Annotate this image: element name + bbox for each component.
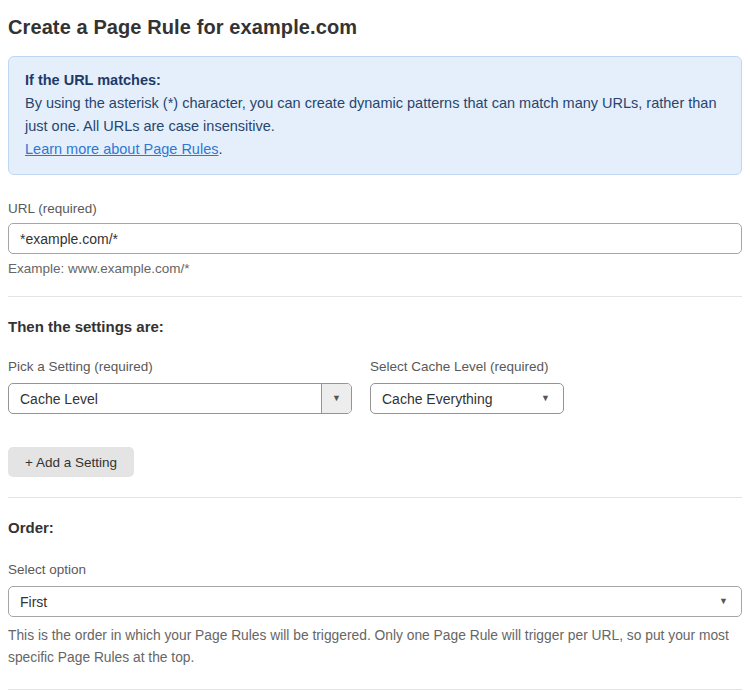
page-rule-form: Create a Page Rule for example.com If th…: [0, 0, 750, 691]
url-example-text: Example: www.example.com/*: [8, 261, 742, 276]
page-title: Create a Page Rule for example.com: [8, 16, 742, 39]
setting-picker-column: Pick a Setting (required) Cache Level ▼: [8, 359, 352, 414]
chevron-down-icon: ▼: [332, 394, 341, 403]
settings-row: Pick a Setting (required) Cache Level ▼ …: [8, 359, 742, 414]
setting-picker-dropdown[interactable]: Cache Level ▼: [8, 383, 352, 414]
order-section-heading: Order:: [8, 519, 742, 536]
info-box-heading: If the URL matches:: [25, 69, 725, 92]
add-setting-button[interactable]: + Add a Setting: [8, 447, 134, 477]
setting-picker-label: Pick a Setting (required): [8, 359, 352, 374]
cache-level-dropdown[interactable]: Cache Everything ▼: [370, 383, 564, 414]
order-select[interactable]: First ▼: [8, 586, 742, 617]
divider: [8, 689, 742, 690]
divider: [8, 296, 742, 297]
link-suffix: .: [218, 141, 222, 157]
divider: [8, 497, 742, 498]
chevron-down-icon: ▼: [719, 597, 728, 606]
order-select-value: First: [20, 594, 47, 610]
url-input[interactable]: [8, 223, 742, 254]
cache-level-label: Select Cache Level (required): [370, 359, 564, 374]
chevron-down-icon: ▼: [541, 394, 563, 403]
setting-picker-value: Cache Level: [9, 391, 321, 407]
cache-level-value: Cache Everything: [371, 391, 541, 407]
url-match-info-box: If the URL matches: By using the asteris…: [8, 56, 742, 175]
url-field-label: URL (required): [8, 201, 742, 216]
settings-section-heading: Then the settings are:: [8, 318, 742, 335]
info-box-body: By using the asterisk (*) character, you…: [25, 92, 725, 138]
cache-level-column: Select Cache Level (required) Cache Ever…: [370, 359, 564, 414]
order-help-text: This is the order in which your Page Rul…: [8, 625, 742, 669]
order-select-label: Select option: [8, 562, 742, 577]
info-box-link-line: Learn more about Page Rules.: [25, 138, 725, 161]
setting-picker-arrow-cell[interactable]: ▼: [321, 384, 351, 413]
learn-more-link[interactable]: Learn more about Page Rules: [25, 141, 218, 157]
